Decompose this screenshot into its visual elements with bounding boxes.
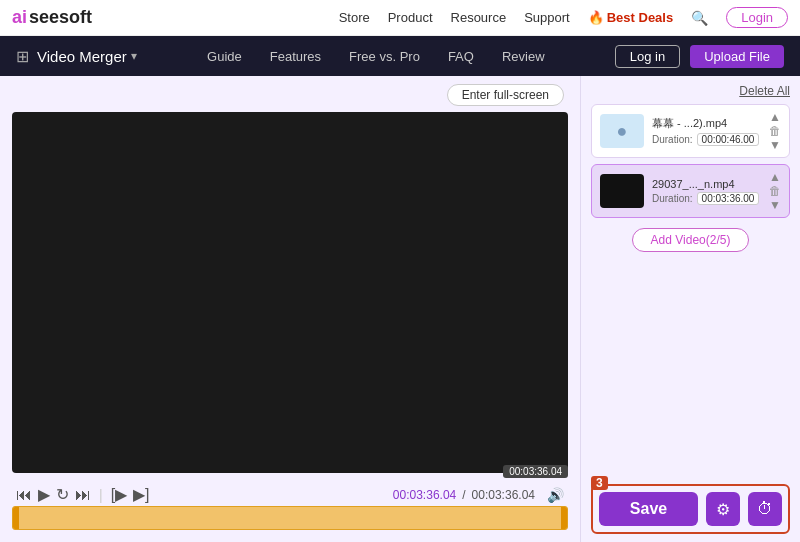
clip-start-button[interactable]: [▶ (111, 485, 127, 504)
video-controls-1: ▲ 🗑 ▼ (769, 111, 781, 151)
clip-end-button[interactable]: ▶] (133, 485, 149, 504)
top-nav: aiseesoft Store Product Resource Support… (0, 0, 800, 36)
product-link[interactable]: Product (388, 10, 433, 25)
total-time: 00:03:36.04 (472, 488, 535, 502)
resource-link[interactable]: Resource (451, 10, 507, 25)
thumb-dark (600, 174, 644, 208)
thumb-light: ● (600, 114, 644, 148)
features-link[interactable]: Features (270, 49, 321, 64)
volume-icon[interactable]: 🔊 (547, 487, 564, 503)
duration-label-1: Duration: (652, 134, 693, 145)
controls-wrapper: 00:03:36.04 ⏮ ▶ ↻ ⏭ | [▶ ▶] 00:03:36.04 … (12, 483, 568, 534)
video-move-up-2[interactable]: ▲ (769, 171, 781, 183)
time-separator: / (462, 488, 465, 502)
add-video-button[interactable]: Add Video(2/5) (632, 228, 750, 252)
fire-icon: 🔥 (588, 10, 604, 25)
video-thumbnail-1: ● (600, 114, 644, 148)
guide-link[interactable]: Guide (207, 49, 242, 64)
video-delete-2[interactable]: 🗑 (769, 185, 781, 197)
timeline-track[interactable] (12, 506, 568, 530)
duration-value-1: 00:00:46.00 (697, 133, 760, 146)
video-preview (12, 112, 568, 473)
video-controls-2: ▲ 🗑 ▼ (769, 171, 781, 211)
free-vs-pro-link[interactable]: Free vs. Pro (349, 49, 420, 64)
store-link[interactable]: Store (339, 10, 370, 25)
video-info-1: 幕幕 - ...2).mp4 Duration: 00:00:46.00 (652, 116, 761, 146)
fullscreen-button[interactable]: Enter full-screen (447, 84, 564, 106)
support-link[interactable]: Support (524, 10, 570, 25)
app-login-button[interactable]: Log in (615, 45, 680, 68)
divider: | (99, 487, 103, 503)
search-icon[interactable]: 🔍 (691, 10, 708, 26)
video-name-1: 幕幕 - ...2).mp4 (652, 116, 761, 131)
logo-seesoft: seesoft (29, 7, 92, 28)
add-video-row: Add Video(2/5) (591, 228, 790, 252)
video-name-2: 29037_..._n.mp4 (652, 178, 761, 190)
delete-all-row: Delete All (591, 84, 790, 98)
main-content: Enter full-screen 00:03:36.04 ⏮ ▶ ↻ ⏭ | … (0, 76, 800, 542)
current-time: 00:03:36.04 (393, 488, 456, 502)
duration-value-2: 00:03:36.00 (697, 192, 760, 205)
app-bar-right: Log in Upload File (615, 45, 784, 68)
right-panel: Delete All ● 幕幕 - ...2).mp4 Duration: 00… (580, 76, 800, 542)
rewind-button[interactable]: ⏮ (16, 486, 32, 504)
timeline-container (12, 506, 568, 534)
history-button[interactable]: ⏱ (748, 492, 782, 526)
settings-icon: ⚙ (716, 500, 730, 519)
app-bar: ⊞ Video Merger ▾ Guide Features Free vs.… (0, 36, 800, 76)
timeline-handle-right[interactable] (561, 507, 567, 529)
review-link[interactable]: Review (502, 49, 545, 64)
video-info-2: 29037_..._n.mp4 Duration: 00:03:36.00 (652, 178, 761, 205)
video-duration-row-2: Duration: 00:03:36.00 (652, 192, 761, 205)
video-move-up-1[interactable]: ▲ (769, 111, 781, 123)
play-button[interactable]: ▶ (38, 485, 50, 504)
logo: aiseesoft (12, 7, 92, 28)
app-title: Video Merger ▾ (37, 48, 137, 65)
history-icon: ⏱ (757, 500, 773, 518)
logo-ai: ai (12, 7, 27, 28)
video-move-down-2[interactable]: ▼ (769, 199, 781, 211)
app-bar-center: Guide Features Free vs. Pro FAQ Review (153, 49, 599, 64)
controls-bar: ⏮ ▶ ↻ ⏭ | [▶ ▶] 00:03:36.04 / 00:03:36.0… (12, 483, 568, 506)
fullscreen-row: Enter full-screen (12, 84, 568, 106)
timeline-fill (19, 507, 561, 529)
grid-icon: ⊞ (16, 47, 29, 66)
dropdown-arrow-icon[interactable]: ▾ (131, 49, 137, 63)
settings-button[interactable]: ⚙ (706, 492, 740, 526)
video-thumbnail-2 (600, 174, 644, 208)
duration-label-2: Duration: (652, 193, 693, 204)
video-item: ● 幕幕 - ...2).mp4 Duration: 00:00:46.00 ▲… (591, 104, 790, 158)
video-move-down-1[interactable]: ▼ (769, 139, 781, 151)
left-panel: Enter full-screen 00:03:36.04 ⏮ ▶ ↻ ⏭ | … (0, 76, 580, 542)
video-delete-1[interactable]: 🗑 (769, 125, 781, 137)
save-section: 3 Save ⚙ ⏱ (591, 484, 790, 534)
video-duration-row-1: Duration: 00:00:46.00 (652, 133, 761, 146)
save-btn-row: Save ⚙ ⏱ (599, 492, 782, 526)
faq-link[interactable]: FAQ (448, 49, 474, 64)
upload-file-button[interactable]: Upload File (690, 45, 784, 68)
best-deals-link[interactable]: 🔥 Best Deals (588, 10, 673, 25)
step-number: 3 (591, 476, 608, 490)
thumb-circle: ● (617, 121, 628, 142)
delete-all-button[interactable]: Delete All (739, 84, 790, 98)
app-bar-left: ⊞ Video Merger ▾ (16, 47, 137, 66)
video-item-2: 29037_..._n.mp4 Duration: 00:03:36.00 ▲ … (591, 164, 790, 218)
top-nav-links: Store Product Resource Support 🔥 Best De… (339, 7, 788, 28)
save-button[interactable]: Save (599, 492, 698, 526)
loop-button[interactable]: ↻ (56, 485, 69, 504)
step-forward-button[interactable]: ⏭ (75, 486, 91, 504)
top-login-button[interactable]: Login (726, 7, 788, 28)
timestamp-badge: 00:03:36.04 (503, 465, 568, 478)
